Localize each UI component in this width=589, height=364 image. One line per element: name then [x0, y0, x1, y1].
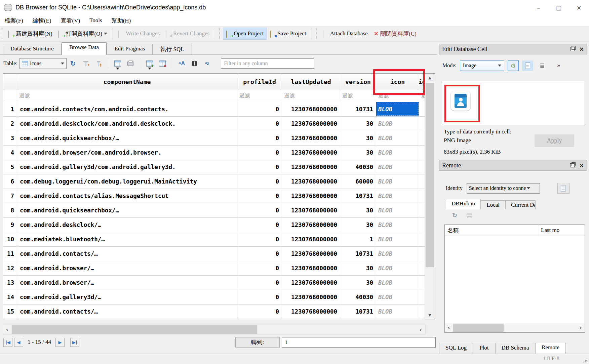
cell-partial[interactable]: [419, 117, 425, 131]
cell-icon-blob[interactable]: BLOB: [376, 174, 419, 189]
remote-list-column-last-modified[interactable]: Last mo: [538, 227, 585, 234]
cell-componentName[interactable]: com.android.contacts/alias.MessageShortc…: [17, 189, 237, 203]
cell-lastUpdated[interactable]: 1230768000000: [282, 290, 340, 304]
cell-partial[interactable]: [419, 218, 425, 232]
cell-partial[interactable]: [419, 131, 425, 145]
text-mode-button[interactable]: [522, 60, 533, 71]
cell-icon-blob[interactable]: BLOB: [376, 305, 419, 319]
cell-partial[interactable]: [419, 247, 425, 261]
scroll-up-icon[interactable]: ▲: [425, 74, 435, 82]
cell-lastUpdated[interactable]: 1230768000000: [282, 203, 340, 217]
write-changes-button[interactable]: Write Changes: [115, 28, 163, 39]
cell-version[interactable]: 30: [340, 276, 376, 290]
filter-input-partial[interactable]: 過濾: [419, 90, 425, 102]
save-filter-button[interactable]: ↕: [94, 59, 103, 68]
minimize-button[interactable]: –: [528, 0, 549, 15]
column-header-profileId[interactable]: profileId: [237, 74, 282, 90]
table-row[interactable]: 12 com.android.browser/… 0 1230768000000…: [3, 261, 425, 276]
table-row[interactable]: 6 com.debug.loggerui/com.debug.loggerui.…: [3, 174, 425, 189]
cell-version[interactable]: 1: [340, 232, 376, 246]
last-record-button[interactable]: ▶|: [70, 338, 79, 347]
font-button[interactable]: ⁴A: [178, 59, 186, 68]
cell-componentName[interactable]: com.mediatek.bluetooth/…: [17, 232, 237, 246]
goto-record-input[interactable]: [282, 337, 436, 348]
cell-componentName[interactable]: com.android.contacts/…: [17, 247, 237, 261]
cell-lastUpdated[interactable]: 1230768000000: [282, 117, 340, 131]
open-database-button[interactable]: → 打開資料庫(O): [55, 28, 111, 40]
remote-list-scrollbar[interactable]: ‹ ›: [445, 323, 584, 332]
cell-icon-blob[interactable]: BLOB: [376, 146, 419, 160]
cell-profileId[interactable]: 0: [237, 117, 282, 131]
cell-icon-blob[interactable]: BLOB: [376, 261, 419, 275]
menu-help[interactable]: 幫助(H): [107, 17, 136, 25]
table-row[interactable]: 13 com.android.browser/… 0 1230768000000…: [3, 276, 425, 290]
table-row[interactable]: 11 com.android.contacts/… 0 123076800000…: [3, 247, 425, 261]
menu-tools[interactable]: Tools: [85, 17, 107, 24]
cell-lastUpdated[interactable]: 1230768000000: [282, 276, 340, 290]
cell-profileId[interactable]: 0: [237, 290, 282, 304]
column-header-partial[interactable]: ic: [419, 74, 425, 90]
cell-version[interactable]: 10731: [340, 189, 376, 203]
cell-componentName[interactable]: com.android.quicksearchbox/…: [17, 203, 237, 217]
tab-execute-sql[interactable]: 執行 SQL: [153, 44, 192, 55]
goto-button[interactable]: 轉到:: [235, 337, 280, 348]
close-database-button[interactable]: ✕ 關閉資料庫(C): [371, 28, 420, 40]
filter-input-version[interactable]: 過濾: [340, 90, 376, 102]
table-row[interactable]: 1 com.android.contacts/com.android.conta…: [3, 102, 425, 117]
close-panel-icon[interactable]: ×: [579, 163, 584, 168]
identity-select[interactable]: Select an identity to conne: [467, 183, 540, 194]
apply-button[interactable]: Apply: [535, 134, 574, 147]
save-project-button[interactable]: ▪ Save Project: [267, 28, 309, 39]
table-row[interactable]: 8 com.android.quicksearchbox/… 0 1230768…: [3, 203, 425, 218]
cell-partial[interactable]: [419, 102, 425, 116]
cell-version[interactable]: 30: [340, 131, 376, 145]
cell-componentName[interactable]: com.android.gallery3d/com.android.galler…: [17, 160, 237, 174]
column-header-version[interactable]: version: [340, 74, 376, 90]
cell-icon-blob[interactable]: BLOB: [376, 117, 419, 131]
cell-lastUpdated[interactable]: 1230768000000: [282, 146, 340, 160]
cell-lastUpdated[interactable]: 1230768000000: [282, 232, 340, 246]
scroll-right-icon[interactable]: ›: [417, 325, 425, 334]
cell-componentName[interactable]: com.android.contacts/com.android.contact…: [17, 102, 237, 116]
table-row[interactable]: 2 com.android.deskclock/com.android.desk…: [3, 117, 425, 131]
horizontal-scrollbar-thumb[interactable]: [12, 325, 257, 334]
cell-partial[interactable]: [419, 261, 425, 275]
cell-componentName[interactable]: com.android.browser/com.android.browser.: [17, 146, 237, 160]
horizontal-scrollbar[interactable]: ‹ ›: [3, 325, 426, 335]
cell-partial[interactable]: [419, 276, 425, 290]
cell-componentName[interactable]: com.android.browser/…: [17, 261, 237, 275]
menu-edit[interactable]: 編輯(E): [28, 17, 56, 25]
cell-profileId[interactable]: 0: [237, 261, 282, 275]
table-row[interactable]: 10 com.mediatek.bluetooth/… 0 1230768000…: [3, 232, 425, 247]
cell-componentName[interactable]: com.android.contacts/…: [17, 305, 237, 319]
cell-lastUpdated[interactable]: 1230768000000: [282, 305, 340, 319]
insert-record-button[interactable]: +: [146, 59, 154, 68]
cell-profileId[interactable]: 0: [237, 189, 282, 203]
attach-database-button[interactable]: Attach Database: [320, 28, 371, 39]
cell-partial[interactable]: [419, 174, 425, 189]
scroll-left-icon[interactable]: ‹: [445, 325, 453, 330]
encoding-button[interactable]: [190, 59, 198, 68]
filter-input-lastUpdated[interactable]: 過濾: [282, 90, 340, 102]
cell-profileId[interactable]: 0: [237, 305, 282, 319]
previous-record-button[interactable]: ◀: [14, 338, 23, 347]
cell-partial[interactable]: [419, 203, 425, 217]
remote-list-column-name[interactable]: 名稱: [445, 225, 538, 236]
column-header-componentName[interactable]: componentName: [17, 74, 237, 90]
table-row[interactable]: 15 com.android.contacts/… 0 123076800000…: [3, 305, 425, 319]
cell-icon-blob[interactable]: BLOB: [376, 232, 419, 246]
delete-record-button[interactable]: ×: [158, 59, 166, 68]
mode-select[interactable]: Image: [460, 60, 504, 71]
refresh-button[interactable]: ↻: [69, 59, 77, 68]
clear-filters-button[interactable]: •: [82, 59, 90, 68]
cell-partial[interactable]: [419, 232, 425, 246]
float-panel-icon[interactable]: [570, 47, 575, 51]
filter-input-profileId[interactable]: 過濾: [237, 90, 282, 102]
next-record-button[interactable]: ▶: [55, 338, 65, 347]
dock-tab-sql-log[interactable]: SQL Log: [439, 343, 473, 354]
upload-identity-button[interactable]: [557, 183, 570, 194]
table-row[interactable]: 5 com.android.gallery3d/com.android.gall…: [3, 160, 425, 174]
tab-edit-pragmas[interactable]: Edit Pragmas: [107, 44, 153, 55]
cell-lastUpdated[interactable]: 1230768000000: [282, 131, 340, 145]
cell-profileId[interactable]: 0: [237, 218, 282, 232]
